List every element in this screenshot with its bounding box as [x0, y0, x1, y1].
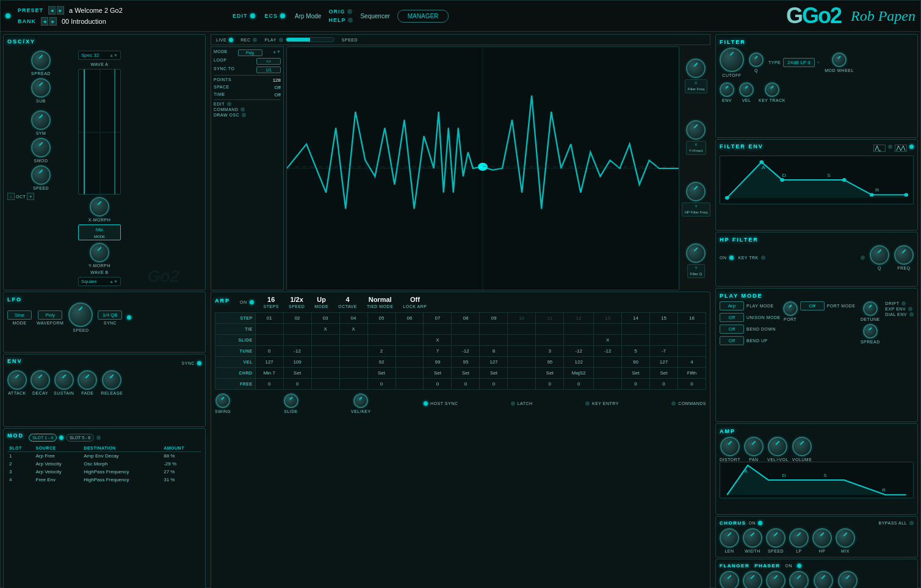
arp-cell[interactable]: 127: [480, 357, 508, 368]
arp-cell[interactable]: Set: [367, 368, 395, 379]
arp-mode-label[interactable]: Arp Mode: [295, 13, 321, 20]
filter-env-knob[interactable]: [720, 82, 734, 97]
command-led[interactable]: [240, 107, 245, 112]
chorus-mix-knob[interactable]: [836, 528, 855, 548]
filter-vel-knob[interactable]: [739, 82, 754, 97]
arp-cell[interactable]: 127: [650, 357, 678, 368]
arp-cell[interactable]: [452, 324, 480, 335]
orig-led[interactable]: [347, 9, 352, 14]
speed-knob[interactable]: [31, 165, 51, 185]
arp-cell[interactable]: [480, 335, 508, 346]
arp-cell[interactable]: [508, 357, 536, 368]
mod-row[interactable]: 1Arp FreeAmp Env Decay88 %: [7, 452, 201, 461]
oct-plus[interactable]: +: [27, 193, 34, 200]
drift-led[interactable]: [901, 301, 906, 306]
chorus-on-led[interactable]: [758, 521, 762, 525]
arp-cell[interactable]: [395, 324, 424, 335]
key-track-knob[interactable]: [765, 82, 779, 97]
arp-cell[interactable]: [622, 324, 650, 335]
sub-knob[interactable]: [31, 78, 51, 98]
arp-cell[interactable]: [508, 379, 536, 390]
arp-cell[interactable]: [508, 346, 536, 357]
arp-cell[interactable]: 109: [283, 357, 311, 368]
host-sync-led[interactable]: [424, 401, 428, 406]
arp-cell[interactable]: X: [339, 324, 367, 335]
arp-cell[interactable]: -12: [452, 346, 480, 357]
arp-cell[interactable]: 4: [677, 357, 706, 368]
manager-button[interactable]: MANAGER: [397, 10, 449, 23]
arp-cell[interactable]: [594, 379, 622, 390]
amp-envelope-display[interactable]: A D S R: [720, 462, 914, 498]
arp-cell[interactable]: [508, 335, 536, 346]
arp-cell[interactable]: [677, 324, 706, 335]
arp-cell[interactable]: 03: [311, 313, 339, 324]
draw-osc-led[interactable]: [242, 113, 246, 117]
arp-cell[interactable]: 0: [255, 379, 283, 390]
arp-cell[interactable]: [339, 368, 367, 379]
arp-cell[interactable]: 5: [622, 346, 650, 357]
arp-cell[interactable]: [564, 324, 594, 335]
arp-cell[interactable]: Set: [452, 368, 480, 379]
arp-cell[interactable]: [395, 379, 424, 390]
env-shape-1[interactable]: [873, 145, 886, 152]
arp-cell[interactable]: Min 7: [255, 368, 283, 379]
arp-cell[interactable]: 10: [508, 313, 536, 324]
lfo-sync-select[interactable]: 1/4 QB: [98, 310, 122, 320]
x-morph-knob[interactable]: [90, 197, 109, 217]
arp-cell[interactable]: X: [594, 335, 622, 346]
arp-cell[interactable]: [311, 368, 339, 379]
mod-row[interactable]: 3Arp VelocityHighPass Frequency27 %: [7, 468, 201, 476]
arp-cell[interactable]: -7: [650, 346, 678, 357]
arp-cell[interactable]: Set: [536, 368, 564, 379]
arp-cell[interactable]: [677, 346, 706, 357]
fade-knob[interactable]: [78, 370, 97, 390]
arp-cell[interactable]: [508, 324, 536, 335]
exp-env-led[interactable]: [908, 307, 912, 311]
arp-cell[interactable]: [311, 379, 339, 390]
arp-cell[interactable]: 90: [622, 357, 650, 368]
mod-slot-1-led[interactable]: [59, 436, 63, 440]
env-shape-led[interactable]: [888, 145, 892, 149]
lfo-waveform-select[interactable]: Poly: [38, 310, 62, 320]
arp-cell[interactable]: 0: [677, 379, 706, 390]
arp-cell[interactable]: 0: [622, 379, 650, 390]
bend-down-select[interactable]: Off: [720, 324, 744, 334]
arp-cell[interactable]: 8: [480, 346, 508, 357]
arp-cell[interactable]: 04: [339, 313, 367, 324]
arp-cell[interactable]: 0: [367, 379, 395, 390]
arp-cell[interactable]: [367, 335, 395, 346]
slide-knob[interactable]: [284, 393, 298, 408]
volume-knob[interactable]: [792, 437, 812, 456]
arp-cell[interactable]: [311, 346, 339, 357]
arp-cell[interactable]: 16: [677, 313, 706, 324]
bank-prev[interactable]: ◄: [41, 17, 48, 26]
attack-knob[interactable]: [7, 370, 27, 390]
oct-minus[interactable]: -: [7, 193, 15, 200]
arp-cell[interactable]: [622, 335, 650, 346]
arp-cell[interactable]: 2: [367, 346, 395, 357]
mod-slot-5-8[interactable]: SLOT 5 - 8: [66, 434, 94, 442]
arp-cell[interactable]: [255, 335, 283, 346]
sym-knob[interactable]: [31, 110, 51, 130]
arp-cell[interactable]: 3: [536, 346, 564, 357]
arp-cell[interactable]: 0: [255, 346, 283, 357]
dial-env-led[interactable]: [909, 312, 914, 317]
latch-led[interactable]: [511, 401, 515, 406]
arp-cell[interactable]: -12: [594, 346, 622, 357]
arp-cell[interactable]: [677, 335, 706, 346]
hp-led[interactable]: [861, 256, 865, 260]
mod-row[interactable]: 4Free EnvHighPass Frequency31 %: [7, 476, 201, 484]
x-filter-freq-knob[interactable]: [686, 59, 706, 78]
mode-btn[interactable]: Mix MODE: [78, 224, 121, 240]
spread-knob[interactable]: [31, 51, 51, 70]
mod-wheel-knob[interactable]: [832, 52, 847, 67]
arp-cell[interactable]: 95: [452, 357, 480, 368]
mod-slot-5-led[interactable]: [96, 436, 101, 440]
loop-select[interactable]: <>: [256, 58, 281, 65]
waveform-display[interactable]: [286, 46, 679, 290]
arp-cell[interactable]: 0: [424, 379, 452, 390]
chorus-width-knob[interactable]: [743, 528, 762, 548]
arp-cell[interactable]: [594, 324, 622, 335]
preset-nav[interactable]: ◄ ►: [48, 6, 64, 15]
lfo-speed-knob[interactable]: [68, 303, 93, 327]
